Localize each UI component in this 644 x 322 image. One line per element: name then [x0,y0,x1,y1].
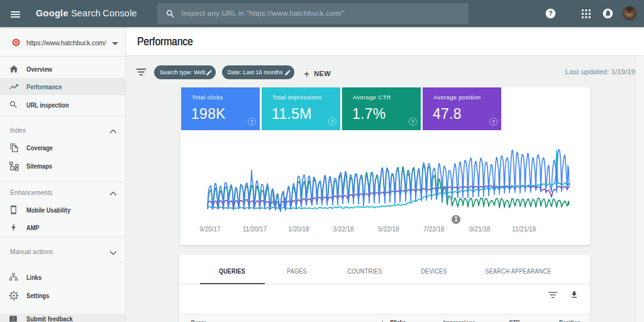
svg-text:?: ? [548,10,552,17]
